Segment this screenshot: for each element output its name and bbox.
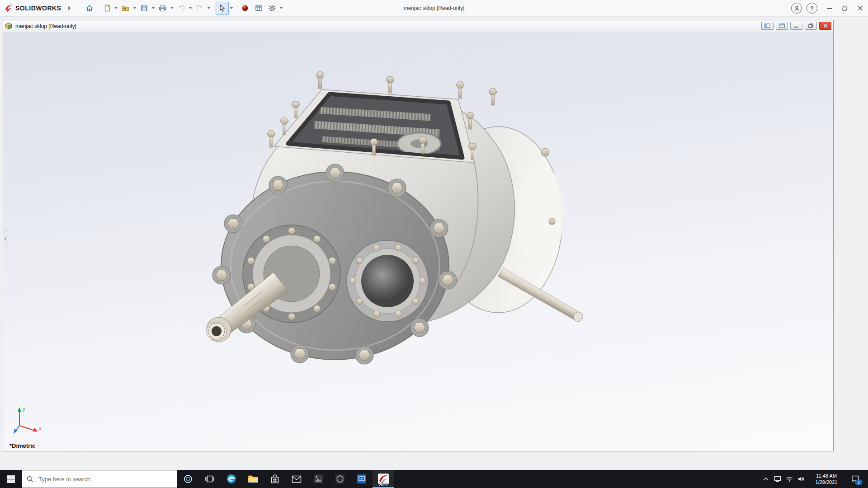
document-window-controls: [761, 22, 831, 30]
save-button[interactable]: [137, 2, 151, 15]
taskbar-item-mail[interactable]: [286, 470, 307, 488]
start-button[interactable]: [0, 470, 22, 488]
taskbar-clock[interactable]: 11:48 AM 1/29/2021: [807, 470, 846, 488]
taskbar-item-edge[interactable]: [221, 470, 242, 488]
tray-display-item[interactable]: [772, 470, 783, 488]
appearance-button[interactable]: [238, 2, 251, 15]
taskbar-item-cortana[interactable]: [177, 470, 199, 488]
select-tool-button[interactable]: [216, 2, 229, 15]
taskbar-item-blue-app[interactable]: [351, 470, 373, 488]
options-dropdown[interactable]: [279, 2, 283, 14]
print-icon: [158, 4, 167, 12]
screen: SOLIDWORKS: [0, 0, 868, 488]
document-window: menjac sklop [Read-only]: [3, 20, 834, 451]
app-window-controls: ?: [791, 0, 868, 16]
tray-network-item[interactable]: [783, 470, 795, 488]
panel-collapse-tab[interactable]: [3, 230, 8, 247]
close-icon: [858, 5, 863, 11]
design-table-button[interactable]: [252, 2, 265, 15]
app-window-title: menjac sklop [Read-only]: [404, 0, 465, 16]
doc-tile-left-button[interactable]: [761, 22, 774, 30]
app-close-button[interactable]: [853, 0, 868, 16]
store-icon: [270, 474, 279, 484]
options-button[interactable]: [265, 2, 278, 15]
taskbar-item-hexagon-app[interactable]: [329, 470, 351, 488]
open-icon: [121, 4, 130, 12]
save-icon: [140, 4, 148, 12]
view-orientation-label: *Dimetric: [9, 442, 35, 449]
redo-icon: [196, 4, 204, 12]
help-icon: ?: [810, 5, 814, 12]
file-explorer-icon: [248, 474, 259, 483]
undo-dropdown[interactable]: [188, 2, 193, 14]
wifi-icon: [786, 476, 793, 482]
print-dropdown[interactable]: [170, 2, 174, 14]
undo-icon: [177, 4, 185, 12]
taskbar-item-solidworks[interactable]: 2021: [373, 470, 394, 488]
select-arrow-icon: [218, 4, 226, 12]
cortana-icon: [183, 474, 193, 484]
select-tool-dropdown[interactable]: [229, 2, 234, 14]
chevron-up-icon: [763, 477, 769, 481]
help-button[interactable]: ?: [807, 3, 817, 14]
document-title: menjac sklop [Read-only]: [15, 23, 76, 29]
doc-close-icon: [823, 23, 828, 28]
app-maximize-button[interactable]: [837, 0, 853, 16]
search-input[interactable]: [38, 475, 177, 483]
new-document-icon: [103, 4, 111, 12]
app-titlebar[interactable]: SOLIDWORKS: [0, 0, 868, 17]
gearbox-model[interactable]: [184, 70, 618, 378]
doc-minimize-button[interactable]: [790, 22, 802, 30]
taskbar-item-file-explorer[interactable]: [242, 470, 264, 488]
taskbar-item-photos[interactable]: [307, 470, 329, 488]
options-gear-icon: [268, 4, 276, 12]
graphics-viewport[interactable]: y x *Dimetric: [3, 32, 833, 451]
solidworks-logo-icon: [5, 4, 14, 13]
doc-minimize-icon: [794, 23, 799, 28]
chevron-left-icon: [4, 237, 7, 241]
taskbar-item-store[interactable]: [264, 470, 286, 488]
doc-restore-button[interactable]: [805, 22, 817, 30]
print-button[interactable]: [156, 2, 169, 15]
pane-top-icon: [779, 23, 785, 28]
tray-expand-button[interactable]: [760, 470, 772, 488]
redo-dropdown[interactable]: [207, 2, 211, 14]
save-dropdown[interactable]: [151, 2, 156, 14]
app-minimize-button[interactable]: [822, 0, 837, 16]
undo-button[interactable]: [175, 2, 188, 15]
brand-text: SOLIDWORKS: [15, 5, 61, 12]
account-button[interactable]: [791, 3, 802, 14]
speaker-icon: [797, 476, 805, 482]
show-desktop-button[interactable]: [865, 470, 868, 488]
open-button[interactable]: [119, 2, 132, 15]
photos-icon: [313, 474, 324, 484]
search-icon: [22, 476, 38, 483]
system-tray: 11:48 AM 1/29/2021 2: [760, 470, 868, 488]
taskbar-item-task-view[interactable]: [199, 470, 221, 488]
design-table-icon: [255, 4, 263, 12]
redo-button[interactable]: [193, 2, 206, 15]
document-titlebar[interactable]: menjac sklop [Read-only]: [3, 20, 833, 33]
home-icon: [85, 4, 94, 12]
notification-count-badge: 2: [855, 479, 863, 485]
pane-left-icon: [764, 23, 770, 28]
triad-y-label: y: [23, 406, 25, 412]
display-icon: [774, 476, 781, 482]
task-view-icon: [205, 474, 215, 483]
tray-volume-item[interactable]: [795, 470, 807, 488]
new-document-button[interactable]: [100, 2, 113, 15]
hexagon-app-icon: [335, 474, 345, 484]
home-button[interactable]: [83, 2, 96, 15]
new-document-dropdown[interactable]: [114, 2, 118, 14]
doc-close-button[interactable]: [819, 22, 831, 30]
orientation-triad: y x: [11, 405, 44, 439]
taskbar: 2021: [0, 470, 868, 488]
taskbar-search[interactable]: [22, 470, 177, 488]
triad-x-label: x: [39, 426, 42, 431]
assembly-document-icon: [5, 23, 13, 30]
doc-tile-top-button[interactable]: [776, 22, 788, 30]
open-dropdown[interactable]: [132, 2, 137, 14]
clock-date: 1/29/2021: [816, 479, 838, 485]
action-center-button[interactable]: 2: [846, 470, 865, 488]
breadcrumb-arrow-icon[interactable]: [68, 6, 71, 10]
